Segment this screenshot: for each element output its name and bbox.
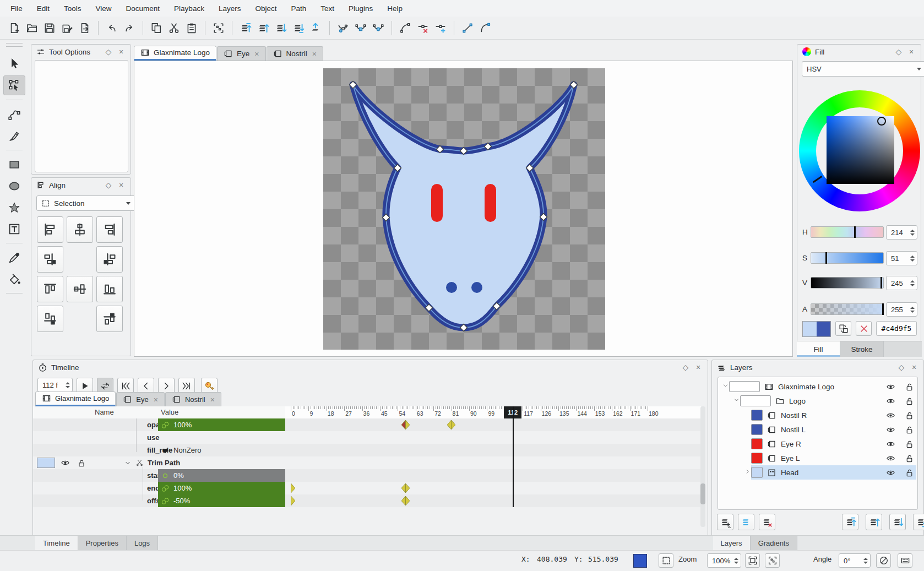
saturation-slider[interactable] [811, 252, 884, 264]
hue-spinbox[interactable]: 214 [886, 225, 917, 240]
tab-stroke[interactable]: Stroke [840, 341, 884, 357]
draw-line-button[interactable] [459, 20, 476, 36]
node-type-symmetric-button[interactable] [370, 20, 387, 36]
node-type-smooth-button[interactable] [352, 20, 369, 36]
edit-paste-button[interactable] [183, 20, 200, 36]
color-swatch-pair[interactable] [802, 321, 831, 337]
align-center-h-button[interactable] [67, 216, 93, 243]
close-tab-icon[interactable]: × [254, 50, 259, 58]
node-type-cusp-button[interactable] [335, 20, 351, 36]
menu-object[interactable]: Object [248, 2, 284, 15]
close-panel-button[interactable]: × [907, 47, 916, 56]
visibility-eye-icon[interactable] [883, 454, 898, 463]
timeline-scrollbar[interactable] [700, 406, 705, 527]
chevron-closed-icon[interactable] [743, 468, 751, 477]
layer-color-swatch[interactable] [751, 410, 763, 421]
lock-icon[interactable] [902, 411, 916, 420]
float-panel-button[interactable]: ◇ [104, 47, 113, 56]
visibility-eye-icon[interactable] [883, 468, 898, 477]
align-top-button[interactable] [37, 276, 63, 302]
value-spinbox[interactable]: 245 [886, 276, 917, 290]
keyframe-full[interactable] [447, 420, 455, 429]
layer-to-front-button[interactable] [308, 20, 324, 36]
document-export-button[interactable] [77, 20, 93, 36]
layer-lower-bottom-button[interactable] [290, 20, 307, 36]
select-tool-button[interactable] [4, 54, 25, 73]
timeline-row-fill_rule[interactable]: fill_ruleNonZero [33, 444, 285, 456]
playhead[interactable] [513, 406, 514, 507]
eye-icon[interactable] [61, 458, 70, 467]
layer-raise-button[interactable] [255, 20, 271, 36]
lock-icon[interactable] [902, 382, 916, 391]
ellipse-tool-button[interactable] [4, 177, 25, 195]
visibility-eye-icon[interactable] [883, 411, 898, 420]
fill-tool-button[interactable] [4, 270, 25, 289]
color-model-select[interactable]: HSV [802, 61, 924, 77]
property-value[interactable]: 100% [158, 418, 285, 431]
star-tool-button[interactable] [4, 198, 25, 217]
move-layer-raise-top-button[interactable] [842, 514, 858, 530]
move-layer-lower-bottom-button[interactable] [913, 514, 924, 530]
layer-row-eye-r[interactable]: Eye R [718, 437, 916, 451]
track-row[interactable] [285, 444, 701, 456]
dock-tab-gradients[interactable]: Gradients [751, 536, 797, 551]
layer-color-swatch[interactable] [751, 438, 763, 449]
saturation-value-square[interactable] [827, 116, 894, 184]
lock-open-icon[interactable] [77, 459, 86, 467]
folder-open-button[interactable] [24, 20, 40, 36]
canvas-tab-nostril[interactable]: Nostril× [267, 46, 323, 61]
menu-path[interactable]: Path [284, 2, 313, 15]
visibility-eye-icon[interactable] [883, 396, 898, 406]
hue-slider[interactable] [811, 226, 884, 238]
text-tool-button[interactable] [4, 220, 25, 238]
snap-toggle-button[interactable] [876, 553, 891, 568]
align-outside-bottom-button[interactable] [96, 306, 123, 332]
fox-head-artwork[interactable] [323, 68, 605, 350]
menu-edit[interactable]: Edit [30, 2, 57, 15]
draw-curve-button[interactable] [477, 20, 493, 36]
align-bottom-button[interactable] [96, 276, 123, 302]
move-layer-raise-button[interactable] [866, 514, 882, 530]
align-left-button[interactable] [37, 216, 63, 243]
keyframe-full[interactable] [401, 496, 410, 505]
close-tab-icon[interactable]: × [312, 50, 317, 58]
track-row[interactable] [285, 418, 701, 431]
track-row[interactable] [285, 494, 701, 507]
property-value[interactable]: 100% [158, 482, 285, 494]
layer-color-swatch[interactable] [751, 467, 763, 478]
close-panel-button[interactable]: × [910, 363, 918, 372]
canvas-tab-glaxnimate-logo[interactable]: Glaxnimate Logo [134, 46, 216, 61]
delete-layer-button[interactable] [759, 514, 775, 530]
keyframe-half[interactable] [287, 496, 295, 505]
edit-copy-button[interactable] [148, 20, 165, 36]
frame-spinbox[interactable]: 112 f [37, 378, 73, 392]
frame-all-button[interactable] [210, 20, 227, 36]
close-tab-icon[interactable]: × [154, 395, 158, 404]
align-target-select[interactable]: Selection [36, 195, 135, 211]
rectangle-tool-button[interactable] [4, 155, 25, 174]
keyframe-split[interactable] [401, 420, 410, 429]
alpha-slider[interactable] [811, 303, 884, 315]
keyframe-full[interactable] [401, 483, 410, 493]
menu-layers[interactable]: Layers [211, 2, 248, 15]
timeline-tab-nostril[interactable]: Nostril× [165, 392, 221, 406]
primary-color-swatch[interactable] [803, 322, 817, 336]
lock-icon[interactable] [902, 454, 916, 463]
menu-playback[interactable]: Playback [167, 2, 211, 15]
timeline-row-opacity[interactable]: opacity100% [33, 418, 285, 431]
current-color-swatch[interactable] [633, 554, 647, 568]
layer-lower-button[interactable] [273, 20, 289, 36]
property-value[interactable]: -50% [158, 494, 285, 507]
lock-icon[interactable] [902, 439, 916, 449]
chevron-open-icon[interactable] [732, 396, 740, 405]
menu-view[interactable]: View [89, 2, 119, 15]
document-save-as-button[interactable] [59, 20, 75, 36]
lock-icon[interactable] [902, 425, 916, 434]
saturation-spinbox[interactable]: 51 [886, 251, 917, 265]
swap-colors-button[interactable] [835, 321, 851, 336]
track-row[interactable] [285, 431, 701, 444]
edit-nodes-tool-button[interactable] [3, 75, 25, 95]
layer-row-glaxnimate-logo[interactable]: Glaxnimate Logo [718, 379, 916, 394]
collapse-icon[interactable] [124, 459, 132, 467]
dock-tab-timeline[interactable]: Timeline [35, 536, 78, 551]
